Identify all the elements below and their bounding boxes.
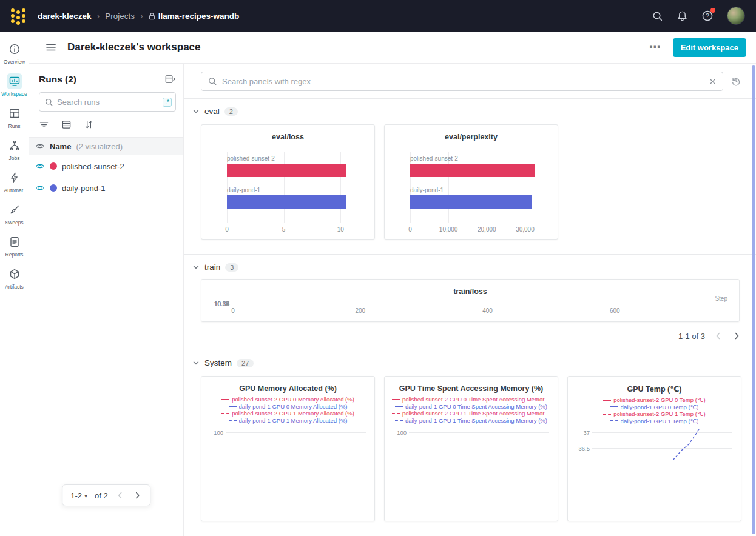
rail-item-label: Artifacts	[5, 284, 24, 290]
prev-page-icon[interactable]	[115, 491, 125, 500]
legend-item[interactable]: daily-pond-1 GPU 1 Time Spent Accessing …	[395, 417, 547, 424]
panel-eval-perplexity[interactable]: eval/perplexity polished-sunset-2 daily-…	[384, 124, 558, 240]
expand-table-icon[interactable]	[164, 73, 176, 85]
legend-item[interactable]: polished-sunset-2 GPU 0 Memory Allocated…	[221, 396, 354, 403]
rail-item-sweeps[interactable]: Sweeps	[0, 199, 29, 229]
overflow-menu-icon[interactable]: ⋯	[649, 44, 662, 50]
x-tick-label: 0	[231, 307, 235, 314]
prev-page-icon[interactable]	[714, 331, 723, 341]
legend-line-icon	[229, 406, 237, 407]
svg-text:?: ?	[706, 12, 709, 19]
next-page-icon[interactable]	[732, 331, 741, 341]
filter-icon[interactable]	[39, 119, 49, 130]
rail-item-label: Automat.	[4, 187, 24, 193]
bar-polished-sunset-2	[227, 164, 346, 177]
rail-item-label: Jobs	[9, 155, 20, 161]
rail-item-jobs[interactable]: Jobs	[0, 135, 29, 165]
section-header-eval[interactable]: eval 2	[184, 99, 756, 123]
legend-item[interactable]: polished-sunset-2 GPU 1 Time Spent Acces…	[392, 410, 550, 417]
run-name: polished-sunset-2	[62, 162, 124, 171]
y-tick-label: 100	[391, 429, 407, 436]
bar-daily-pond-1	[227, 195, 346, 209]
runs-count-title: Runs (2)	[39, 74, 76, 85]
breadcrumb-user[interactable]: darek-kleczek	[38, 12, 92, 21]
section-count-badge: 2	[224, 107, 238, 116]
chevron-down-icon	[192, 360, 200, 367]
runs-toolbar	[29, 112, 183, 137]
wandb-logo[interactable]	[11, 8, 25, 23]
run-color-dot	[50, 162, 57, 170]
panel-search-input[interactable]	[222, 77, 704, 86]
breadcrumb-projects[interactable]: Projects	[105, 12, 135, 21]
bell-icon[interactable]	[677, 10, 688, 22]
chevron-down-icon	[192, 264, 200, 271]
left-rail: Overview Workspace Runs Jobs Automat. Sw…	[0, 32, 29, 536]
legend-item[interactable]: daily-pond-1 GPU 1 Temp (℃)	[610, 418, 699, 425]
visibility-eye-icon[interactable]	[35, 183, 45, 193]
runs-table-header: Name (2 visualized)	[29, 137, 183, 155]
legend-item[interactable]: polished-sunset-2 GPU 1 Memory Allocated…	[221, 410, 354, 417]
panel-gpu-time-accessing-memory[interactable]: GPU Time Spent Accessing Memory (%) poli…	[384, 376, 558, 521]
next-page-icon[interactable]	[132, 491, 142, 500]
rail-item-overview[interactable]: Overview	[0, 39, 29, 69]
legend-line-icon	[610, 406, 618, 407]
train-pagination: 1-1 of 3	[184, 322, 756, 350]
workspace-header: Darek-kleczek's workspace ⋯ Edit workspa…	[29, 32, 756, 64]
scrollbar-thumb[interactable]	[752, 65, 755, 534]
avatar[interactable]	[727, 7, 745, 25]
section-header-train[interactable]: train 3	[184, 255, 756, 279]
line-chart: 100	[409, 432, 549, 516]
legend-item[interactable]: daily-pond-1 GPU 0 Time Spent Accessing …	[395, 403, 547, 410]
panel-gpu-memory-allocated[interactable]: GPU Memory Allocated (%) polished-sunset…	[201, 376, 375, 521]
section-name: eval	[204, 107, 220, 116]
group-icon[interactable]	[61, 119, 72, 130]
help-icon[interactable]: ?	[701, 10, 714, 22]
x-tick-label: 200	[355, 307, 365, 314]
chart-title: GPU Temp (℃)	[568, 384, 741, 394]
rail-item-artifacts[interactable]: Artifacts	[0, 264, 29, 293]
panels-pagination-label: 1-1 of 3	[678, 332, 705, 341]
menu-icon[interactable]	[46, 42, 56, 53]
breadcrumb-project[interactable]: llama-recipes-wandb	[158, 12, 240, 21]
legend-item[interactable]: daily-pond-1 GPU 0 Memory Allocated (%)	[229, 403, 348, 410]
panel-eval-loss[interactable]: eval/loss polished-sunset-2 daily-pond-1	[201, 124, 375, 240]
history-icon[interactable]	[731, 76, 741, 87]
run-row[interactable]: daily-pond-1	[29, 177, 183, 199]
legend-item[interactable]: polished-sunset-2 GPU 1 Temp (℃)	[603, 410, 705, 418]
page-range-dropdown[interactable]: 1-2 ▾	[70, 491, 87, 500]
panel-train-loss[interactable]: train/loss 10.38 10.37 10.36 10.35 10.34…	[201, 279, 740, 322]
broom-icon	[7, 202, 22, 218]
rail-item-automations[interactable]: Automat.	[0, 167, 29, 197]
panel-gpu-temp[interactable]: GPU Temp (℃) polished-sunset-2 GPU 0 Tem…	[567, 376, 741, 521]
bar-chart: polished-sunset-2 daily-pond-1 0 10,000 …	[410, 152, 544, 223]
name-column-header[interactable]: Name	[50, 142, 71, 151]
clear-search-icon[interactable]	[709, 78, 717, 85]
x-tick-label: 10,000	[439, 226, 458, 233]
search-icon	[208, 76, 217, 86]
workspace-title: Darek-kleczek's workspace	[67, 41, 201, 53]
legend-line-icon	[221, 399, 229, 400]
x-axis-label: Step	[715, 295, 727, 302]
visualized-count: (2 visualized)	[76, 142, 123, 151]
run-row[interactable]: polished-sunset-2	[29, 155, 183, 177]
runs-search-input[interactable]	[57, 98, 159, 107]
legend-item[interactable]: daily-pond-1 GPU 0 Temp (℃)	[610, 404, 699, 411]
section-header-system[interactable]: System 27	[184, 350, 756, 375]
edit-workspace-button[interactable]: Edit workspace	[673, 38, 746, 57]
legend-item[interactable]: polished-sunset-2 GPU 0 Temp (℃)	[603, 397, 705, 404]
legend-line-icon	[610, 420, 618, 421]
legend-line-icon	[603, 414, 611, 415]
chart-title: train/loss	[201, 287, 739, 296]
sort-icon[interactable]	[84, 119, 94, 130]
caret-down-icon: ▾	[84, 492, 87, 499]
regex-toggle[interactable]: .*	[163, 98, 172, 107]
rail-item-reports[interactable]: Reports	[0, 232, 29, 261]
legend-item[interactable]: daily-pond-1 GPU 1 Memory Allocated (%)	[229, 417, 348, 424]
rail-item-workspace[interactable]: Workspace	[0, 71, 29, 101]
visibility-eye-icon[interactable]	[35, 161, 45, 171]
search-icon[interactable]	[652, 10, 663, 22]
legend-item[interactable]: polished-sunset-2 GPU 0 Time Spent Acces…	[392, 396, 550, 403]
visibility-eye-icon[interactable]	[35, 141, 45, 151]
legend-label: polished-sunset-2 GPU 1 Time Spent Acces…	[402, 410, 550, 417]
rail-item-runs[interactable]: Runs	[0, 103, 29, 133]
